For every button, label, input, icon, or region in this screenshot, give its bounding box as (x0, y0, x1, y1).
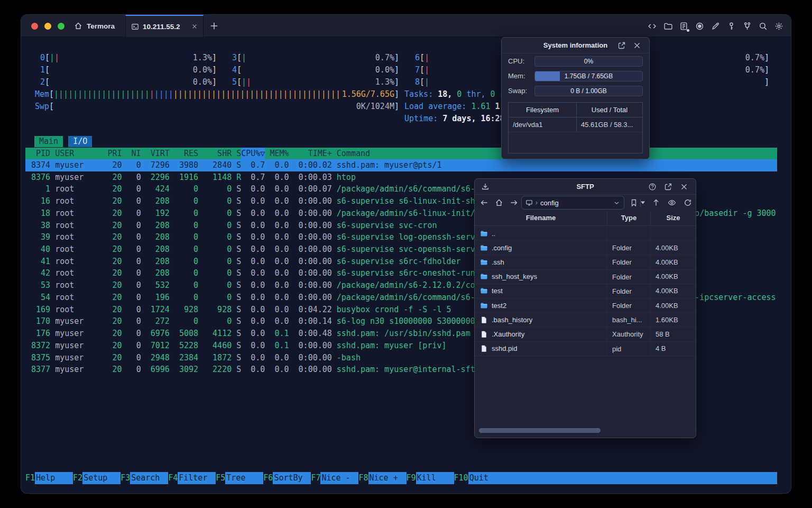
filesystem-row[interactable]: /dev/vda1 45.61GB / 58.3... (509, 117, 642, 132)
column-header-s[interactable]: S (232, 148, 241, 159)
folder-icon[interactable] (663, 22, 672, 31)
forward-icon[interactable] (508, 196, 520, 209)
process-pri: 20 (103, 195, 122, 207)
terminal-icon (131, 23, 139, 31)
fkey-action-search[interactable]: Search (130, 472, 168, 484)
close-panel-icon[interactable] (633, 41, 641, 50)
process-ni: 0 (122, 243, 141, 256)
cpu-gauge-label: 3 (227, 52, 237, 64)
close-window-button[interactable] (31, 23, 38, 30)
column-header-user[interactable]: USER (50, 148, 103, 159)
tab-ssh-session[interactable]: 10.211.55.2 (125, 15, 204, 37)
fkey-action-filter[interactable]: Filter (178, 472, 216, 484)
bookmark-caret-icon[interactable] (639, 196, 647, 209)
file-type: Folder (607, 298, 651, 312)
file-size: 4 B (651, 344, 696, 352)
breadcrumb-separator: › (536, 199, 538, 206)
file-row[interactable]: .. (475, 226, 696, 241)
fkey-action-setup[interactable]: Setup (82, 472, 121, 484)
column-header-filesystem[interactable]: Filesystem (509, 103, 577, 117)
notes-icon[interactable] (679, 22, 688, 31)
fkey-action-help[interactable]: Help (35, 472, 73, 484)
process-ni: 0 (122, 279, 141, 292)
file-name: test (475, 284, 607, 298)
file-row[interactable]: sshd.pidpid4 B (475, 342, 696, 356)
chevron-down-icon[interactable] (613, 199, 620, 206)
column-header-pri[interactable]: PRI (103, 148, 122, 159)
home-icon[interactable] (493, 196, 505, 209)
horizontal-scrollbar[interactable] (479, 428, 601, 433)
file-name: sshd.pid (475, 342, 607, 356)
column-header-shr[interactable]: SHR (198, 148, 232, 159)
process-res: 0 (170, 267, 198, 279)
file-size: 4.00KB (651, 244, 696, 252)
htop-tab-io[interactable]: I/O (68, 136, 92, 147)
process-time: 0:00.00 (289, 364, 332, 376)
code-icon[interactable] (648, 22, 657, 31)
file-row[interactable]: test2Folder4.00KB (475, 298, 696, 313)
process-user: myuser (50, 340, 103, 352)
swap-usage-bar: 0 B / 1.00GB (534, 86, 643, 96)
process-ni: 0 (122, 220, 141, 232)
process-shr: 4460 (198, 340, 232, 352)
process-row[interactable]: 8374myuser200729639802840S0.70.00:00.02s… (25, 159, 777, 171)
column-header-virt[interactable]: VIRT (141, 148, 170, 159)
close-tab-icon[interactable] (191, 23, 198, 30)
cpu-gauge-5: 5[||1.3%] (227, 76, 399, 88)
record-icon[interactable] (695, 22, 704, 31)
refresh-icon[interactable] (681, 196, 694, 209)
file-row[interactable]: .configFolder4.00KB (475, 241, 696, 255)
zoom-window-button[interactable] (58, 23, 64, 30)
file-row[interactable]: ssh_host_keysFolder4.00KB (475, 270, 696, 284)
column-header-cpu[interactable]: CPU%▽ (241, 148, 265, 159)
file-icon (480, 344, 488, 352)
column-header-filename[interactable]: Filename (475, 211, 607, 225)
process-res: 0 (170, 183, 198, 195)
fkey-action-quit[interactable]: Quit (468, 472, 777, 484)
column-header-mem[interactable]: MEM% (265, 148, 289, 159)
fkey-F9: F9 (407, 472, 416, 484)
file-row[interactable]: testFolder4.00KB (475, 284, 696, 298)
sftp-title: SFTP (576, 183, 594, 190)
close-panel-icon[interactable] (680, 183, 688, 191)
download-icon[interactable] (481, 183, 490, 191)
help-icon[interactable] (648, 183, 657, 191)
column-header-used-total[interactable]: Used / Total (577, 103, 642, 117)
key-icon[interactable] (727, 22, 736, 31)
process-pid: 39 (31, 231, 50, 243)
column-header-ni[interactable]: NI (122, 148, 141, 159)
show-hidden-eye-icon[interactable] (666, 196, 678, 209)
file-row[interactable]: .bash_historybash_hi...1.60KB (475, 313, 696, 327)
search-icon[interactable] (759, 22, 768, 31)
open-in-window-icon[interactable] (664, 183, 672, 191)
column-header-time[interactable]: TIME+ (289, 148, 332, 159)
cpu-usage-row: CPU: 0% (508, 56, 643, 67)
settings-gear-icon[interactable] (774, 22, 783, 31)
column-header-pid[interactable]: PID (31, 148, 50, 159)
process-res: 0 (170, 220, 198, 232)
fkey-action-sortby[interactable]: SortBy (273, 472, 311, 484)
back-icon[interactable] (478, 196, 491, 209)
htop-tab-main[interactable]: Main (34, 136, 63, 147)
path-breadcrumb[interactable]: › config (521, 196, 624, 210)
branch-icon[interactable] (743, 22, 752, 31)
up-directory-icon[interactable] (650, 196, 662, 209)
new-tab-button[interactable] (209, 21, 219, 31)
column-header-size[interactable]: Size (651, 211, 696, 225)
process-time: 0:00.00 (289, 352, 332, 364)
open-in-window-icon[interactable] (617, 41, 626, 50)
app-home-button[interactable]: Termora (74, 15, 115, 37)
process-res: 0 (170, 256, 198, 268)
fkey-action-nice[interactable]: Nice - (320, 472, 358, 484)
edit-icon[interactable] (711, 22, 720, 31)
column-header-type[interactable]: Type (607, 211, 651, 225)
computer-icon (525, 199, 533, 206)
fkey-action-kill[interactable]: Kill (416, 472, 454, 484)
file-row[interactable]: .sshFolder4.00KB (475, 255, 696, 269)
fkey-action-nice[interactable]: Nice + (368, 472, 407, 484)
minimize-window-button[interactable] (44, 23, 51, 30)
notification-dot (687, 29, 689, 32)
column-header-res[interactable]: RES (170, 148, 198, 159)
file-row[interactable]: .XauthorityXauthority58 B (475, 327, 696, 341)
fkey-action-tree[interactable]: Tree (225, 472, 263, 484)
